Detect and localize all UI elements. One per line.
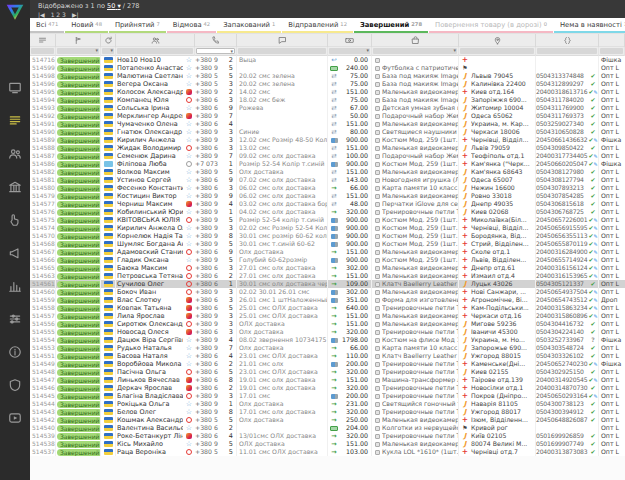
product-name[interactable]: Клатч Baellerry Leather *1487* (1...	[382, 280, 459, 288]
tracking-number[interactable]: 20450654743512	[536, 296, 588, 304]
product-name[interactable]: Маленькая видеокамера SQ8 *...	[382, 416, 459, 424]
tracking-number[interactable]	[536, 56, 588, 64]
product-name[interactable]: Кукла LOL *1610* (1шт. х 103.00...	[382, 448, 459, 456]
status-tab[interactable]: Відправлений12	[282, 18, 353, 33]
customer-name[interactable]: Сучилов Олег	[116, 280, 183, 288]
customer-name[interactable]: Фесенко Константин	[116, 184, 183, 192]
customer-phone[interactable]: +380 5	[195, 72, 225, 80]
status-tab[interactable]: Всі471	[30, 18, 64, 33]
tracking-number[interactable]: 0504306815618	[536, 200, 588, 208]
product-name[interactable]: Детская умная зубная щетка на...	[382, 104, 459, 112]
tracking-number[interactable]: 0503252733967	[536, 336, 588, 344]
tracking-number[interactable]: 20450652740230	[536, 360, 588, 368]
tracking-number[interactable]: 20450661436632	[536, 136, 588, 144]
product-name[interactable]: Костюм Мод. 259 (1шт. х 900.00...	[382, 232, 459, 240]
product-name[interactable]: Костюм Мод. 259 (1шт. х 900.00...	[382, 136, 459, 144]
table-row[interactable]: 514554 Завершений Дацюк Віра Сергіївна +…	[30, 336, 625, 344]
customer-name[interactable]: Ковпак Татьяна	[116, 304, 183, 312]
table-row[interactable]: 514591 Завершений Чумаченко Олена +380 6…	[30, 120, 625, 128]
product-name[interactable]	[382, 56, 459, 64]
orders-list-icon[interactable]	[8, 113, 22, 127]
filter-input[interactable]	[329, 48, 370, 54]
customer-phone[interactable]: +380 9	[195, 344, 225, 352]
customer-phone[interactable]: +380 6	[195, 120, 225, 128]
tracking-number[interactable]: 0504311769373	[536, 112, 588, 120]
tracking-number[interactable]: 20400315860896	[536, 312, 588, 320]
table-row[interactable]: 514540 Завершений Валентина Василье... +…	[30, 424, 625, 432]
customer-name[interactable]: Петровська Тетяна	[116, 272, 183, 280]
customer-name[interactable]: Кирилич Анжела Ол...	[116, 224, 183, 232]
filter-input[interactable]	[600, 48, 623, 54]
customer-name[interactable]: Семенюк Дарина	[116, 152, 183, 160]
analytics-chart-icon[interactable]	[8, 278, 22, 292]
table-row[interactable]: 514545 Завершений Благіна Владіслава +38…	[30, 392, 625, 400]
customer-name[interactable]: Лила Ярослав	[116, 312, 183, 320]
tracking-number[interactable]: 20450655714924	[536, 256, 588, 264]
status-tab[interactable]: Нема в наявності1	[554, 18, 625, 33]
customer-name[interactable]: Воробйова Микола	[116, 360, 183, 368]
table-row[interactable]: 514538 Завершений Кісь Михайло +380 9 5 …	[30, 440, 625, 448]
table-row[interactable]: 514555 Завершений Новосад Олеся +380 6 3…	[30, 328, 625, 336]
page-numbers[interactable]: 1 2 3	[51, 11, 66, 18]
filter-input[interactable]	[460, 48, 534, 54]
customer-phone[interactable]: +380 9	[195, 312, 225, 320]
tracking-number[interactable]: 0504308127794	[536, 176, 588, 184]
tracking-number[interactable]: 0503259027340	[536, 120, 588, 128]
table-row[interactable]: 514539 Завершений Роке-Бетанкурт Лін... …	[30, 432, 625, 440]
table-row[interactable]: 514574 Завершений Кирилич Анжела Ол... +…	[30, 224, 625, 232]
product-name[interactable]: Светящиеся наушники Glow *10...	[382, 128, 459, 136]
product-name[interactable]: Подарочный набор Жемчужина...	[382, 112, 459, 120]
table-row[interactable]: 514556 Завершений Сиротюк Олександр +380…	[30, 320, 625, 328]
customer-name[interactable]: Новосад Олеся	[116, 328, 183, 336]
tracking-number[interactable]: 0504306768725	[536, 208, 588, 216]
product-name[interactable]: Тренировочные петли TRX Train...	[382, 328, 459, 336]
status-tab[interactable]: Запакований1	[217, 18, 281, 33]
filter-input[interactable]	[373, 48, 457, 54]
table-row[interactable]: 514548 Завершений Пасічна Ольга +380 6 5…	[30, 368, 625, 376]
customer-phone[interactable]: +380 5	[195, 80, 225, 88]
product-name[interactable]: Колготки из нервущейся ткани ...	[382, 424, 459, 432]
customer-name[interactable]: Баюка Максим	[116, 264, 183, 272]
table-row[interactable]: 514558 Завершений Ковпак Татьяна +380 6 …	[30, 304, 625, 312]
table-row[interactable]: 514542 Завершений Кошмак Александр +380 …	[30, 416, 625, 424]
product-name[interactable]: Тренировочные петли TRX Train...	[382, 408, 459, 416]
tracking-number[interactable]	[536, 424, 588, 432]
customer-phone[interactable]: +380 9	[195, 64, 225, 72]
tracking-number[interactable]: 20450656915595	[536, 224, 588, 232]
comment-column-icon[interactable]	[237, 34, 328, 47]
page-size-dropdown[interactable]: 50 ▾	[107, 2, 121, 10]
customer-phone[interactable]: +380 6	[195, 264, 225, 272]
table-row[interactable]: 514582 Завершений Волков Максим +380 9 5…	[30, 168, 625, 176]
product-name[interactable]: Маленькая видеокамера SQ8 *...	[382, 192, 459, 200]
filter-input[interactable]	[238, 48, 326, 54]
tracking-number[interactable]: 0501699907749	[536, 440, 588, 448]
product-name[interactable]: Форма для изготовления садов...	[382, 296, 459, 304]
table-row[interactable]: 514598 Завершений Малютина Светлана +380…	[30, 72, 625, 80]
customer-name[interactable]: Потапенко Анастас...	[116, 64, 183, 72]
customer-phone[interactable]: +380 9	[195, 256, 225, 264]
table-row[interactable]: 514577 Завершений Черниш Максим +380 9 4…	[30, 200, 625, 208]
customer-phone[interactable]: +380 9	[195, 440, 225, 448]
product-name[interactable]: База под макияж Images 24 Car...	[382, 80, 459, 88]
product-name[interactable]: Тренировочные петли TRX Train...	[382, 432, 459, 440]
filter-input[interactable]	[31, 48, 54, 54]
customer-name[interactable]: Гладик Оксана	[116, 256, 183, 264]
tracking-number[interactable]	[536, 64, 588, 72]
product-column-icon[interactable]	[372, 34, 459, 47]
tracking-number[interactable]: 20400316284900	[536, 248, 588, 256]
table-row[interactable]: 514563 Завершений Петровська Тетяна +380…	[30, 272, 625, 280]
tracking-number[interactable]: 0504307854285	[536, 192, 588, 200]
customer-name[interactable]: Деркач Ярослав	[116, 384, 183, 392]
tracking-number[interactable]: 20450650293164	[536, 392, 588, 400]
product-name[interactable]: Костюм Мод. 259 (1шт. х 900.00...	[382, 224, 459, 232]
customers-icon[interactable]	[8, 146, 22, 160]
table-row[interactable]: 514581 Завершений Устинов Сергей +380 6 …	[30, 176, 625, 184]
filter-input[interactable]	[196, 48, 235, 54]
customer-phone[interactable]: +380 9	[195, 216, 225, 224]
sales-hand-icon[interactable]	[8, 212, 22, 226]
tracking-number[interactable]: 20450654937504	[536, 288, 588, 296]
product-name[interactable]: Маленькая видеокамера SQ8 *...	[382, 440, 459, 448]
table-row[interactable]: 514544 Завершений Рокіцька Ольга +380 9 …	[30, 400, 625, 408]
product-name[interactable]: Перчатки iGlove для сенсорных...	[382, 200, 459, 208]
customer-name[interactable]: Мерклингер Андрей	[116, 112, 183, 120]
